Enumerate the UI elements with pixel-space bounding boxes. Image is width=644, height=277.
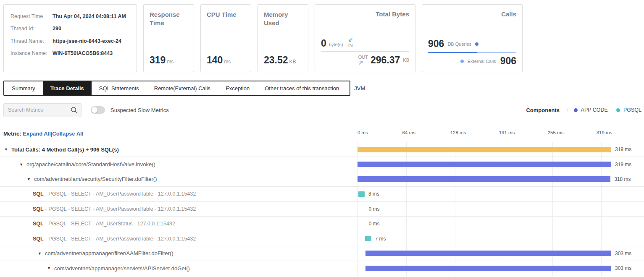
trace-row-label: - PGSQL - SELECT - AM_UserPasswordTable … xyxy=(45,191,196,197)
request-time-label: Request Time xyxy=(11,13,53,20)
summary-cards: Request Time Thu Apr 04, 2024 04:08:11 A… xyxy=(0,0,644,72)
trace-row-sql-4[interactable]: SQL - PGSQL - SELECT - AM_UserPasswordTa… xyxy=(0,231,644,246)
bytes-in-value: 0 xyxy=(321,39,326,48)
tab-summary[interactable]: Summary xyxy=(4,81,43,95)
thread-name-value: https-jsse-nio-8443-exec-24 xyxy=(53,38,121,44)
duration-label: 319 ms xyxy=(615,162,631,167)
total-bytes-title: Total Bytes xyxy=(321,10,409,18)
components-label: Components xyxy=(526,107,559,113)
suspected-slow-metrics-toggle[interactable] xyxy=(91,106,105,114)
external-calls-dot-icon xyxy=(460,60,464,63)
instance-name-row: Instance Name: WIN-6T50IACO5B6:8443 xyxy=(11,50,130,57)
thread-name-row: Thread Name: https-jsse-nio-8443-exec-24 xyxy=(11,38,130,44)
instance-name-label: Instance Name: xyxy=(11,50,53,57)
bytes-in-row: 0 byte(s) ↙ IN xyxy=(321,37,409,48)
cpu-time-value: 140ms xyxy=(207,55,245,66)
request-info-card: Request Time Thu Apr 04, 2024 04:08:11 A… xyxy=(3,4,137,72)
calls-title: Calls xyxy=(428,10,516,18)
response-time-title: Response Time xyxy=(150,10,188,28)
duration-bar xyxy=(357,176,610,182)
trace-row-label: - PGSQL - SELECT - AM_UserPasswordTable … xyxy=(45,206,196,212)
trace-row-standardhostvalve[interactable]: org/apache/catalina/core/StandardHostVal… xyxy=(0,157,644,172)
memory-used-card: Memory Used 23.52KB xyxy=(258,4,308,72)
bytes-out-indicator: OUT ↗ xyxy=(358,55,368,66)
axis-tick-191ms: 191 ms xyxy=(499,130,515,135)
bytes-in-unit: byte(s) xyxy=(329,42,343,47)
metrics-toolbar: Suspected Slow Metrics Components : APP … xyxy=(0,103,644,117)
components-colon: : xyxy=(566,107,568,113)
arrow-out-icon: ↗ xyxy=(358,60,363,66)
duration-bar xyxy=(365,266,611,271)
search-metrics-input[interactable] xyxy=(4,104,67,117)
duration-label: 318 ms xyxy=(614,176,631,182)
bytes-in-indicator: ↙ IN xyxy=(348,37,353,48)
tab-remote-external-calls[interactable]: Remote(External) Calls xyxy=(147,81,218,95)
bytes-out-value: 296.37 xyxy=(371,55,400,65)
cpu-time-title: CPU Time xyxy=(207,10,245,19)
request-time-row: Request Time Thu Apr 04, 2024 04:08:11 A… xyxy=(11,13,130,20)
metric-axis-row: Metric: Expand All|Collapse All 0 ms 64 … xyxy=(0,129,644,138)
sql-prefix: SQL xyxy=(33,191,44,197)
duration-bar xyxy=(357,162,611,167)
pgsql-dot-icon xyxy=(616,108,620,112)
trace-table: Total Calls: 4 Method Call(s) + 906 SQL(… xyxy=(0,142,644,276)
arrow-in-icon: ↙ xyxy=(348,37,353,43)
expand-all-link[interactable]: Expand All xyxy=(23,131,51,137)
expander-icon[interactable] xyxy=(27,177,31,181)
duration-label: 319 ms xyxy=(615,146,631,152)
db-queries-dot-icon xyxy=(475,42,478,46)
duration-label: 7 ms xyxy=(375,236,386,242)
duration-label: 0 ms xyxy=(369,206,380,212)
metric-controls: Metric: Expand All|Collapse All xyxy=(0,131,357,137)
tab-trace-details[interactable]: Trace Details xyxy=(43,81,92,95)
tab-sql-statements[interactable]: SQL Statements xyxy=(92,81,147,95)
tab-bar: Summary Trace Details SQL Statements Rem… xyxy=(3,81,350,96)
trace-row-sql-2[interactable]: SQL - PGSQL - SELECT - AM_UserPasswordTa… xyxy=(0,202,644,217)
calls-card: Calls 906 DB Queries External Calls 906 xyxy=(422,4,523,72)
calls-divider-ext-segment xyxy=(477,52,517,53)
tab-exception[interactable]: Exception xyxy=(218,81,257,95)
thread-id-label: Thread Id: xyxy=(11,25,53,32)
tab-other-traces[interactable]: Other traces of this transaction xyxy=(257,81,347,95)
axis-tick-128ms: 128 ms xyxy=(450,130,466,135)
toggle-knob xyxy=(92,107,97,113)
memory-used-value: 23.52KB xyxy=(264,55,302,66)
bytes-in-label: IN xyxy=(348,43,353,48)
trace-row-label: Total Calls: 4 Method Call(s) + 906 SQL(… xyxy=(11,146,119,153)
expander-icon[interactable] xyxy=(19,162,23,167)
trace-row-securityfilter[interactable]: com/adventnet/iam/security/SecurityFilte… xyxy=(0,172,644,187)
trace-row-apiservlet[interactable]: com/adventnet/appmanager/servlets/APISer… xyxy=(0,261,644,276)
response-time-card: Response Time 319ms xyxy=(143,4,194,72)
axis-tick-64ms: 64 ms xyxy=(402,130,415,135)
db-queries-label: DB Queries xyxy=(447,42,471,47)
trace-row-sql-1[interactable]: SQL - PGSQL - SELECT - AM_UserPasswordTa… xyxy=(0,187,644,201)
duration-bar xyxy=(358,191,365,197)
trace-row-label: org/apache/catalina/core/StandardHostVal… xyxy=(26,161,155,167)
collapse-all-link[interactable]: Collapse All xyxy=(52,131,83,137)
duration-label: 303 ms xyxy=(615,251,631,256)
search-icon[interactable] xyxy=(71,107,78,114)
duration-label: 8 ms xyxy=(368,191,379,197)
expander-icon[interactable] xyxy=(47,266,51,270)
external-calls-label: External Calls xyxy=(468,59,496,64)
trace-row-aamfilter[interactable]: com/adventnet/appmanager/filter/AAMFilte… xyxy=(0,246,644,261)
expander-icon[interactable] xyxy=(4,147,8,152)
trace-row-label: com/adventnet/appmanager/filter/AAMFilte… xyxy=(45,250,173,256)
thread-id-value: 290 xyxy=(53,25,61,32)
duration-bar xyxy=(357,147,611,152)
time-axis: 0 ms 64 ms 128 ms 191 ms 255 ms 319 ms xyxy=(357,130,611,137)
cpu-time-card: CPU Time 140ms xyxy=(200,4,251,72)
trace-row-total-calls[interactable]: Total Calls: 4 Method Call(s) + 906 SQL(… xyxy=(0,142,644,157)
sql-prefix: SQL xyxy=(33,221,44,227)
trace-row-sql-3[interactable]: SQL - PGSQL - SELECT - AM_UserStatus - 1… xyxy=(0,217,644,231)
duration-bar xyxy=(365,251,611,256)
db-queries-value: 906 xyxy=(428,39,444,49)
expander-icon[interactable] xyxy=(38,251,42,256)
components-legend: Components : APP CODE PGSQL xyxy=(526,107,641,113)
trace-row-label: - PGSQL - SELECT - AM_UserPasswordTable … xyxy=(45,236,196,242)
external-calls-value: 906 xyxy=(500,56,516,66)
tab-jvm[interactable]: JVM xyxy=(347,81,373,95)
axis-tick-0ms: 0 ms xyxy=(357,130,368,135)
duration-bar xyxy=(365,236,371,241)
bytes-out-unit: KB xyxy=(403,57,409,63)
